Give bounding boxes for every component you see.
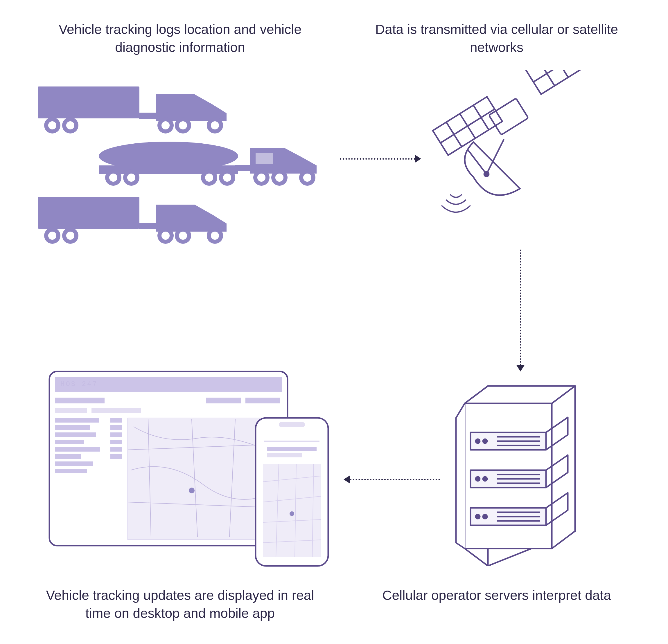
monitor-brand-text: HOS 247 [60, 380, 98, 388]
satellite-icon [415, 70, 595, 232]
svg-rect-50 [526, 70, 595, 94]
flow-arrowhead-2 [516, 365, 525, 372]
svg-rect-77 [206, 397, 241, 404]
caption-step3: Cellular operator servers interpret data [372, 586, 622, 604]
svg-point-64 [476, 477, 480, 481]
svg-point-40 [162, 232, 170, 240]
svg-rect-85 [55, 447, 100, 452]
svg-rect-76 [55, 397, 105, 404]
svg-point-6 [66, 121, 74, 129]
svg-rect-78 [245, 397, 280, 404]
trucks-icon [38, 81, 328, 244]
svg-rect-88 [55, 469, 87, 473]
svg-rect-87 [55, 461, 93, 466]
svg-point-69 [476, 515, 480, 519]
caption-step1: Vehicle tracking logs location and vehic… [52, 20, 308, 56]
svg-point-96 [189, 488, 195, 493]
svg-rect-1 [139, 113, 156, 119]
svg-point-65 [483, 477, 487, 481]
svg-rect-17 [256, 153, 273, 164]
svg-rect-86 [55, 454, 81, 459]
svg-line-56 [486, 139, 504, 174]
svg-rect-80 [91, 408, 141, 413]
svg-rect-33 [139, 223, 156, 229]
svg-point-29 [275, 174, 284, 182]
svg-rect-82 [55, 425, 90, 430]
svg-rect-89 [110, 418, 122, 423]
svg-line-51 [539, 70, 555, 86]
flow-arrow-1 [340, 158, 415, 160]
svg-point-44 [211, 232, 219, 240]
caption-step4: Vehicle tracking updates are displayed i… [35, 586, 325, 622]
svg-line-52 [553, 70, 568, 78]
svg-rect-90 [110, 425, 122, 430]
svg-rect-93 [110, 447, 122, 452]
svg-rect-0 [38, 87, 139, 119]
svg-rect-101 [267, 447, 317, 451]
svg-point-36 [48, 232, 56, 240]
svg-point-31 [303, 174, 312, 182]
svg-rect-102 [267, 453, 302, 457]
svg-rect-55 [489, 98, 528, 135]
svg-rect-15 [235, 165, 250, 171]
svg-point-58 [484, 172, 489, 176]
flow-arrow-2 [520, 250, 521, 366]
svg-point-42 [179, 232, 187, 240]
flow-arrowhead-3 [344, 475, 350, 484]
svg-rect-81 [55, 418, 99, 423]
svg-rect-83 [55, 433, 96, 437]
svg-rect-92 [110, 440, 122, 444]
svg-line-54 [533, 70, 588, 82]
svg-rect-79 [55, 408, 87, 413]
svg-point-21 [127, 174, 135, 182]
devices-icon: HOS 247 [46, 368, 334, 572]
svg-point-12 [211, 121, 219, 129]
svg-rect-99 [279, 422, 305, 427]
svg-point-27 [257, 174, 265, 182]
svg-rect-94 [110, 454, 122, 459]
svg-rect-84 [55, 440, 84, 444]
svg-point-111 [290, 512, 294, 516]
svg-point-23 [205, 174, 213, 182]
svg-point-19 [109, 174, 117, 182]
svg-point-10 [179, 121, 187, 129]
caption-step2: Data is transmitted via cellular or sate… [372, 20, 622, 56]
svg-point-60 [483, 439, 487, 443]
server-rack-icon [453, 380, 587, 566]
svg-rect-91 [110, 433, 122, 437]
svg-point-4 [48, 121, 56, 129]
svg-rect-32 [38, 197, 139, 229]
svg-point-70 [483, 515, 487, 519]
svg-point-59 [476, 439, 480, 443]
flow-arrow-3 [350, 479, 440, 480]
svg-point-38 [66, 232, 74, 240]
svg-point-25 [223, 174, 231, 182]
svg-point-8 [162, 121, 170, 129]
